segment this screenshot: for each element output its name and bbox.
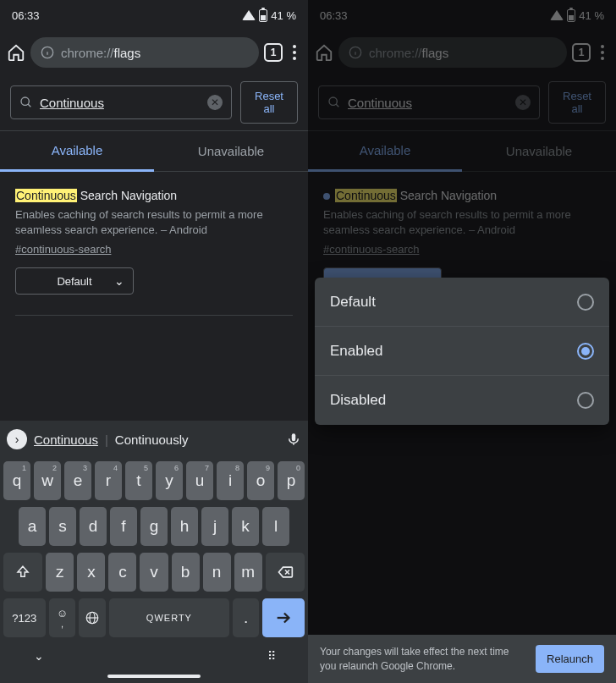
key-i[interactable]: i8: [217, 461, 244, 500]
flag-hash[interactable]: #continuous-search: [15, 243, 293, 256]
key-l[interactable]: l: [262, 507, 289, 546]
key-x[interactable]: x: [77, 553, 105, 592]
battery-pct: 41 %: [271, 9, 296, 22]
key-n[interactable]: n: [203, 553, 231, 592]
clock: 06:33: [320, 9, 348, 22]
reset-all-button[interactable]: Reset all: [240, 81, 298, 124]
spacebar[interactable]: QWERTY: [109, 598, 228, 637]
info-icon: [349, 46, 362, 59]
reset-all-button[interactable]: Reset all: [548, 81, 606, 124]
info-icon: [41, 46, 54, 59]
search-icon: [327, 96, 341, 109]
key-q[interactable]: q1: [3, 461, 30, 500]
search-icon: [19, 96, 33, 109]
key-p[interactable]: p0: [278, 461, 305, 500]
radio-icon: [577, 343, 594, 360]
period-key[interactable]: .: [233, 598, 260, 637]
suggestion-1[interactable]: Continuous: [34, 432, 98, 447]
tab-available[interactable]: Available: [308, 131, 462, 172]
key-z[interactable]: z: [46, 553, 74, 592]
symbols-key[interactable]: ?123: [3, 598, 46, 637]
key-f[interactable]: f: [110, 507, 137, 546]
svg-line-4: [28, 104, 30, 107]
keyboard: › Continuous | Continuously q1w2e3r4t5y6…: [0, 421, 308, 683]
emoji-key[interactable]: ☺,: [49, 598, 76, 637]
relaunch-bar: Your changes will take effect the next t…: [308, 635, 616, 683]
menu-icon[interactable]: [596, 40, 609, 65]
svg-rect-5: [292, 433, 296, 441]
clear-icon[interactable]: ✕: [207, 95, 223, 110]
svg-line-16: [336, 104, 338, 107]
tab-switcher[interactable]: 1: [264, 43, 283, 62]
menu-icon[interactable]: [288, 40, 301, 65]
key-u[interactable]: u7: [186, 461, 213, 500]
tab-unavailable[interactable]: Unavailable: [154, 131, 308, 171]
search-input[interactable]: [40, 96, 201, 110]
key-c[interactable]: c: [108, 553, 136, 592]
key-g[interactable]: g: [140, 507, 168, 546]
flag-tabs: Available Unavailable: [308, 131, 616, 172]
option-disabled[interactable]: Disabled: [315, 376, 609, 425]
key-v[interactable]: v: [140, 553, 168, 592]
option-enabled[interactable]: Enabled: [315, 327, 609, 376]
backspace-key[interactable]: [266, 553, 305, 592]
key-t[interactable]: t5: [125, 461, 152, 500]
tab-available[interactable]: Available: [0, 131, 154, 172]
mic-icon[interactable]: [286, 432, 301, 447]
svg-point-3: [21, 97, 29, 105]
key-e[interactable]: e3: [64, 461, 91, 500]
flag-title: Continuous Search Navigation: [323, 189, 601, 202]
key-a[interactable]: a: [19, 507, 46, 546]
key-y[interactable]: y6: [156, 461, 183, 500]
wifi-icon: [242, 10, 256, 20]
gesture-pill[interactable]: [107, 675, 201, 678]
relaunch-message: Your changes will take effect the next t…: [320, 645, 527, 672]
state-dropdown: Default Enabled Disabled: [315, 278, 609, 425]
shift-key[interactable]: [3, 553, 42, 592]
globe-key[interactable]: [79, 598, 106, 637]
flag-tabs: Available Unavailable: [0, 131, 308, 172]
tab-unavailable[interactable]: Unavailable: [462, 131, 616, 171]
key-o[interactable]: o9: [247, 461, 274, 500]
option-default[interactable]: Default: [315, 278, 609, 327]
home-icon[interactable]: [315, 43, 333, 62]
url-bar[interactable]: chrome://flags: [30, 37, 259, 68]
key-k[interactable]: k: [232, 507, 259, 546]
wifi-icon: [550, 10, 564, 20]
nav-bar: ⌄ ⠿: [0, 641, 308, 671]
key-r[interactable]: r4: [95, 461, 122, 500]
key-b[interactable]: b: [172, 553, 200, 592]
clock: 06:33: [12, 9, 40, 22]
clear-icon[interactable]: ✕: [515, 95, 531, 110]
key-w[interactable]: w2: [34, 461, 61, 500]
flag-description: Enables caching of search results to per…: [15, 207, 293, 238]
enter-key[interactable]: [262, 598, 305, 637]
home-icon[interactable]: [7, 43, 25, 62]
key-m[interactable]: m: [234, 553, 262, 592]
search-box[interactable]: ✕: [318, 85, 540, 119]
chevron-icon[interactable]: ›: [7, 429, 27, 449]
collapse-kbd-icon[interactable]: ⌄: [34, 649, 44, 663]
svg-point-15: [329, 97, 337, 105]
flag-title: Continuous Search Navigation: [15, 189, 293, 202]
url-bar[interactable]: chrome://flags: [338, 37, 567, 68]
kbd-settings-icon[interactable]: ⠿: [267, 649, 274, 663]
key-h[interactable]: h: [171, 507, 198, 546]
flag-hash[interactable]: #continuous-search: [323, 243, 601, 256]
key-j[interactable]: j: [201, 507, 228, 546]
flag-state-select[interactable]: Default: [15, 267, 134, 295]
tab-switcher[interactable]: 1: [572, 43, 591, 62]
radio-icon: [577, 294, 594, 311]
battery-icon: [567, 9, 575, 22]
key-s[interactable]: s: [49, 507, 76, 546]
relaunch-button[interactable]: Relaunch: [536, 645, 604, 673]
search-input[interactable]: [348, 96, 509, 110]
search-box[interactable]: ✕: [10, 85, 232, 119]
radio-icon: [577, 392, 594, 409]
browser-toolbar: chrome://flags 1: [0, 30, 308, 74]
flags-search-row: ✕ Reset all: [0, 74, 308, 131]
key-d[interactable]: d: [80, 507, 107, 546]
status-bar: 06:33 41 %: [308, 0, 616, 30]
suggestion-2[interactable]: Continuously: [115, 432, 189, 447]
battery-pct: 41 %: [579, 9, 604, 22]
